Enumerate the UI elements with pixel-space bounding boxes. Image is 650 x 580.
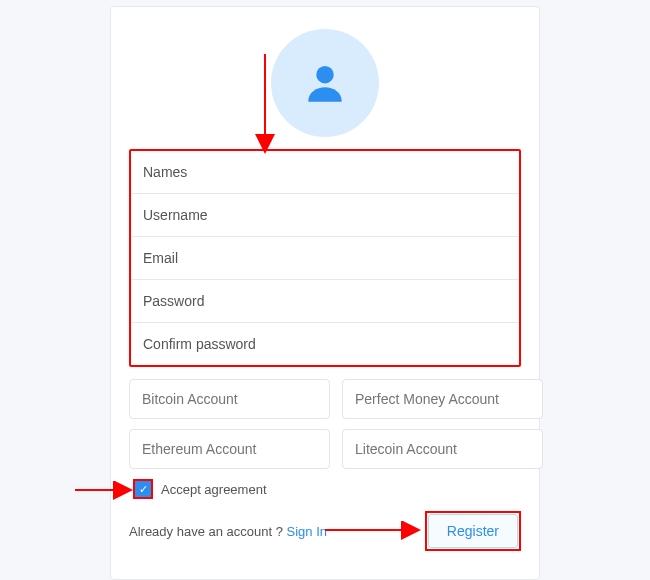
confirm-password-field[interactable] (131, 323, 519, 365)
user-icon (300, 58, 350, 108)
password-field[interactable] (131, 280, 519, 322)
annotation-arrow-checkbox (73, 481, 133, 501)
registration-card: ✓ Accept agreement Already have an accou… (110, 6, 540, 580)
agreement-label: Accept agreement (161, 482, 267, 497)
check-icon: ✓ (139, 484, 148, 495)
bitcoin-account-field[interactable] (129, 379, 330, 419)
accept-agreement-checkbox[interactable]: ✓ (135, 481, 151, 497)
register-button[interactable]: Register (428, 514, 518, 548)
litecoin-account-field[interactable] (342, 429, 543, 469)
annotation-arrow-register (323, 521, 423, 541)
avatar (271, 29, 379, 137)
ethereum-account-field[interactable] (129, 429, 330, 469)
already-have-account: Already have an account ? Sign In (129, 524, 327, 539)
username-field[interactable] (131, 194, 519, 236)
signin-link[interactable]: Sign In (287, 524, 327, 539)
svg-point-1 (316, 66, 334, 84)
perfect-money-account-field[interactable] (342, 379, 543, 419)
email-field[interactable] (131, 237, 519, 279)
names-field[interactable] (131, 151, 519, 193)
primary-fields-group (129, 149, 521, 367)
